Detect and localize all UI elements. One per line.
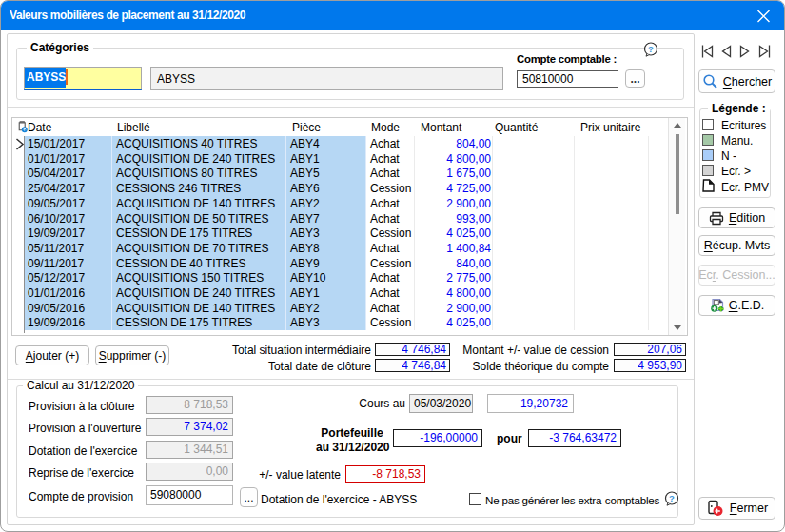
svg-text:?: ? bbox=[648, 44, 654, 54]
svg-text:?: ? bbox=[669, 493, 675, 503]
